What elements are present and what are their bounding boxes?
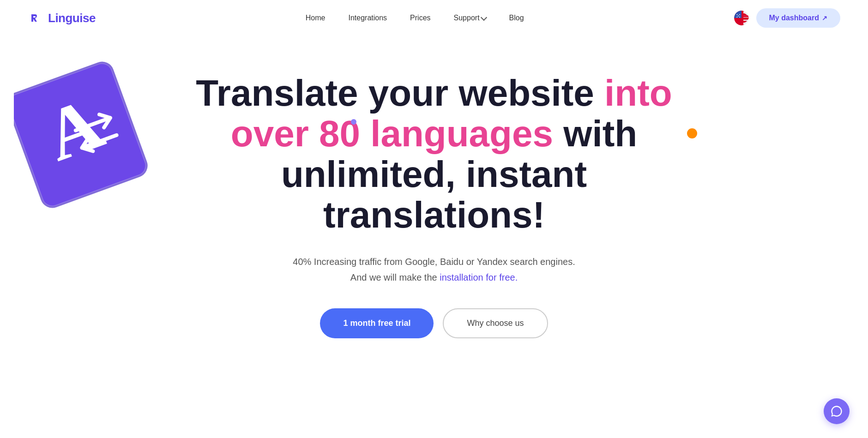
hero-cta-buttons: 1 month free trial Why choose us: [320, 308, 548, 338]
navbar: Linguise Home Integrations Prices Suppor…: [0, 0, 868, 36]
brand-name: Linguise: [48, 11, 96, 25]
nav-item-prices[interactable]: Prices: [410, 14, 430, 22]
nav-item-support[interactable]: Support: [454, 14, 486, 22]
support-chevron-icon: [481, 14, 487, 21]
installation-free-link[interactable]: installation for free.: [440, 272, 518, 282]
chat-icon: [830, 405, 843, 418]
svg-rect-0: [28, 10, 44, 26]
purple-dot-decoration: [351, 119, 356, 125]
trial-button[interactable]: 1 month free trial: [320, 308, 434, 338]
hero-section: A Translate your website into over 80 la…: [0, 36, 868, 375]
hero-subtitle: 40% Increasing traffic from Google, Baid…: [293, 254, 575, 285]
nav-right: My dashboard ↗: [734, 8, 840, 28]
chat-widget-button[interactable]: [824, 398, 850, 424]
external-link-icon: ↗: [822, 14, 827, 22]
language-selector[interactable]: [734, 11, 749, 25]
nav-item-home[interactable]: Home: [306, 14, 326, 22]
dashboard-button[interactable]: My dashboard ↗: [756, 8, 840, 28]
nav-item-integrations[interactable]: Integrations: [348, 14, 387, 22]
logo-icon: [28, 10, 44, 26]
why-choose-us-button[interactable]: Why choose us: [443, 308, 548, 338]
nav-links: Home Integrations Prices Support Blog: [306, 14, 524, 22]
translation-card-icon: A: [14, 54, 152, 221]
logo[interactable]: Linguise: [28, 10, 96, 26]
hero-title: Translate your website into over 80 lang…: [180, 73, 688, 235]
nav-item-blog[interactable]: Blog: [509, 14, 524, 22]
orange-dot-decoration: [687, 128, 697, 138]
